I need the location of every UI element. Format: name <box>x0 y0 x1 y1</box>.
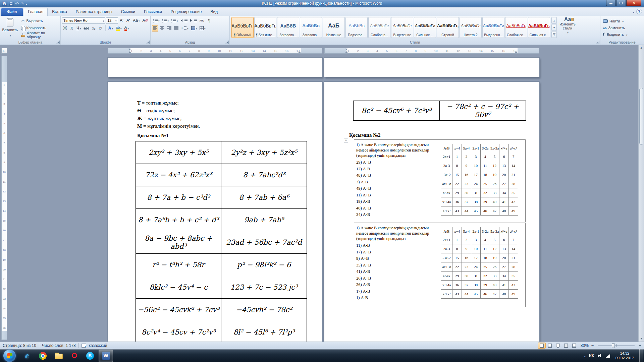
grid-cell[interactable]: 8 <box>452 244 462 253</box>
grid-header-cell[interactable]: А/В <box>441 227 452 235</box>
select-button[interactable]: Выделить <box>602 31 642 38</box>
ribbon-tab[interactable]: Рассылки <box>140 8 166 16</box>
grid-cell[interactable]: 4 <box>481 152 490 161</box>
ribbon-tab[interactable]: Главная <box>24 8 48 16</box>
grid-cell[interactable]: 44 <box>462 290 471 299</box>
superscript-button[interactable]: х² <box>98 25 104 32</box>
grid-cell[interactable]: 32 <box>481 272 490 281</box>
grid-row-header[interactable]: х²+4а <box>441 197 452 206</box>
bold-button[interactable]: Ж <box>62 25 68 32</box>
grid-cell[interactable]: 45 <box>471 206 481 216</box>
task-item[interactable]: 49) А+В <box>356 185 437 192</box>
grid-cell[interactable]: 49 <box>509 206 518 216</box>
increase-indent-button[interactable] <box>189 17 198 24</box>
formula-cell[interactable]: r² − t³h³ + 58r <box>136 254 221 276</box>
formula-cell[interactable]: 72z − 4x² + 62z²x³ <box>136 164 221 186</box>
heading-qosymsha-2[interactable]: Қосымша №2 <box>349 132 380 138</box>
text-line[interactable]: Ж = жұптық жұмыс; <box>137 115 200 122</box>
taskbar-internet-explorer[interactable] <box>20 350 34 362</box>
style-chip[interactable]: АаБбВвГг Сильное ... <box>414 17 436 38</box>
grid-cell[interactable]: 1 <box>452 235 462 244</box>
grid-cell[interactable]: 4 <box>481 235 490 244</box>
vertical-scrollbar[interactable] <box>638 45 644 342</box>
grow-font-button[interactable]: А <box>119 17 125 24</box>
text-line[interactable]: Ө = өздік жұмыс; <box>137 107 200 115</box>
grid-cell[interactable]: 46 <box>481 206 490 216</box>
grid-cell[interactable]: 10 <box>471 244 481 253</box>
grid-cell[interactable]: 14 <box>509 161 518 170</box>
grid-cell[interactable]: 8 <box>452 161 462 170</box>
first-line-indent-marker[interactable] <box>345 49 348 50</box>
change-styles-button[interactable]: Аа Изменить стили <box>558 17 577 35</box>
grid-cell[interactable]: 27 <box>499 262 509 272</box>
zoom-out-button[interactable] <box>591 343 594 348</box>
replace-button[interactable]: Заменить <box>602 24 642 31</box>
grid-cell[interactable]: 7 <box>509 235 518 244</box>
grid-cell[interactable]: 35 <box>509 272 518 281</box>
ruler-segment-right-page[interactable]: 1234567891011121314151617 <box>324 48 539 54</box>
grid-cell[interactable]: 3 <box>471 152 481 161</box>
show-marks-button[interactable] <box>206 17 212 24</box>
word-count[interactable]: Число слов: 1 178 <box>42 343 76 348</box>
dialog-launcher-icon[interactable] <box>146 41 150 44</box>
style-chip[interactable]: АаБбВвГг, ¶ Обычный <box>231 17 254 38</box>
task-item[interactable]: 1) А-В <box>356 295 437 301</box>
style-chip[interactable]: АаБбВвГг, Строгий <box>437 17 459 38</box>
grid-header-cell[interactable]: х²+а <box>499 144 509 152</box>
grid-header-cell[interactable]: 2х-1 <box>471 227 481 235</box>
minimize-button[interactable] <box>606 0 616 6</box>
grid-cell[interactable]: 47 <box>490 290 499 299</box>
taskbar-skype[interactable] <box>83 350 97 362</box>
grid-cell[interactable]: 20 <box>499 253 509 262</box>
formula-cell[interactable]: 2y²z + 3xy + 5z²x⁵ <box>221 141 307 164</box>
grid-cell[interactable]: 29 <box>452 188 462 197</box>
ribbon-tab[interactable]: Файл <box>1 8 23 16</box>
task-item[interactable]: 35) А+В <box>356 262 437 269</box>
grid-cell[interactable]: 44 <box>462 206 471 216</box>
grid-cell[interactable]: 43 <box>452 206 462 216</box>
section-intro[interactable]: 1) А және В көпмүшелерінің қосындысын не… <box>356 142 437 158</box>
ribbon-tab[interactable]: Разметка страницы <box>71 8 117 16</box>
shrink-font-button[interactable]: А <box>125 17 131 24</box>
style-chip[interactable]: АаБбВ Заголово... <box>277 17 299 38</box>
grid-cell[interactable]: 11 <box>481 244 490 253</box>
cut-button[interactable]: Вырезать <box>20 18 59 24</box>
decrease-indent-button[interactable] <box>180 17 189 24</box>
formula-cell[interactable]: 8l² − 45l⁶ + 7l²p³ <box>221 321 307 342</box>
grid-cell[interactable]: 6 <box>499 152 509 161</box>
multilevel-list-button[interactable] <box>170 17 179 24</box>
grid-cell[interactable]: 48 <box>499 206 509 216</box>
dialog-launcher-icon[interactable] <box>596 41 599 44</box>
task-item[interactable]: 3) А-В <box>356 179 437 186</box>
grid-row-header[interactable]: а²-ах <box>441 188 452 197</box>
language-indicator[interactable]: казахский <box>89 343 107 348</box>
task-item[interactable]: 41) А-В <box>356 268 437 275</box>
grid-header-cell[interactable]: 5а-4 <box>462 144 471 152</box>
grid-cell[interactable]: 1 <box>452 152 462 161</box>
scroll-up-icon[interactable] <box>639 45 644 51</box>
style-chip[interactable]: АаБбВвГг Цитата 2 <box>460 17 482 38</box>
grid-cell[interactable]: 37 <box>462 281 471 290</box>
left-indent-marker[interactable] <box>128 51 131 53</box>
proofing-icon[interactable] <box>82 344 86 348</box>
title-bar[interactable]: W КСП1 [Режим ограниченной функционально… <box>0 0 644 7</box>
grid-cell[interactable]: 2 <box>462 235 471 244</box>
taskbar-chrome[interactable] <box>36 350 50 362</box>
grid-cell[interactable]: 47 <box>490 206 499 216</box>
print-layout-view-button[interactable] <box>538 343 546 349</box>
formula-cell[interactable]: 8klc² − 45v⁴ − c <box>136 276 221 299</box>
grid-cell[interactable]: 15 <box>452 170 462 179</box>
grid-cell[interactable]: 34 <box>499 272 509 281</box>
grid-cell[interactable]: 31 <box>471 272 481 281</box>
task-item[interactable]: 34) А-В <box>356 212 437 218</box>
grid-cell[interactable]: 12 <box>490 244 499 253</box>
style-chip[interactable]: АаБбВвГг Выделение <box>391 17 413 38</box>
zoom-slider[interactable] <box>598 345 635 346</box>
right-indent-marker[interactable] <box>298 51 301 53</box>
strikethrough-button[interactable]: abc <box>83 25 90 32</box>
grid-cell[interactable]: 25 <box>481 262 490 272</box>
grid-cell[interactable]: 9 <box>462 161 471 170</box>
zoom-in-button[interactable] <box>639 343 641 348</box>
grid-cell[interactable]: 41 <box>499 197 509 206</box>
grid-row-header[interactable]: -3х-2 <box>441 253 452 262</box>
